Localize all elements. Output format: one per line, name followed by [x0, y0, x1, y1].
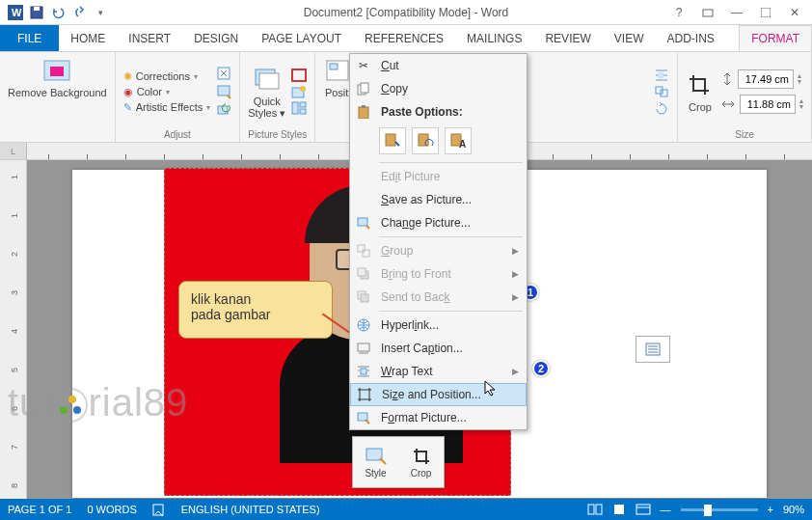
group-picture-styles: QuickStyles ▾ Picture Styles [240, 52, 315, 142]
ribbon-options-icon[interactable] [694, 3, 721, 22]
svg-text:A: A [459, 139, 466, 150]
callout-text-1: klik kanan [191, 291, 320, 307]
paste-picture-button[interactable] [412, 127, 439, 154]
status-page[interactable]: PAGE 1 OF 1 [8, 504, 71, 515]
group-button[interactable] [654, 85, 669, 98]
caption-icon [354, 340, 373, 357]
tab-page-layout[interactable]: PAGE LAYOUT [250, 25, 353, 51]
group-adjust: ✺Corrections▾ ◉Color▾ ✎Artistic Effects▾… [116, 52, 240, 142]
ctx-hyperlink[interactable]: Hyperlink... [350, 314, 527, 337]
tab-view[interactable]: VIEW [603, 25, 656, 51]
bring-front-icon [354, 265, 373, 283]
tab-review[interactable]: REVIEW [533, 25, 602, 51]
ctx-insert-caption[interactable]: Insert Caption... [350, 337, 527, 360]
ruler-vertical: 112345678 [0, 160, 27, 503]
change-picture-button[interactable] [216, 84, 231, 99]
status-words[interactable]: 0 WORDS [87, 504, 136, 515]
ctx-save-as-picture[interactable]: Save as Picture... [350, 188, 527, 211]
tab-design[interactable]: DESIGN [182, 25, 250, 51]
view-web-icon[interactable] [636, 504, 651, 515]
svg-rect-3 [34, 7, 40, 11]
redo-icon[interactable] [69, 3, 89, 22]
tab-mailings[interactable]: MAILINGS [455, 25, 533, 51]
svg-rect-18 [300, 109, 306, 114]
svg-rect-43 [360, 390, 369, 399]
picture-layout-button[interactable] [291, 101, 307, 115]
tab-insert[interactable]: INSERT [117, 25, 182, 51]
position-button[interactable]: Positi [323, 56, 352, 98]
corrections-button[interactable]: ✺Corrections▾ [123, 70, 210, 83]
remove-background-button[interactable]: Remove Background [8, 56, 107, 98]
mini-style-button[interactable]: Style [353, 437, 398, 487]
undo-icon[interactable] [48, 3, 68, 22]
compress-pictures-button[interactable] [216, 66, 231, 81]
zoom-slider[interactable] [681, 508, 758, 511]
svg-rect-7 [50, 67, 64, 76]
minimize-icon[interactable]: — [723, 3, 750, 22]
tab-references[interactable]: REFERENCES [353, 25, 455, 51]
qat-dropdown-icon[interactable]: ▾ [91, 3, 110, 22]
ctx-group: Group▶ [350, 239, 527, 262]
ctx-change-picture[interactable]: Change Picture... [350, 211, 527, 234]
quick-styles-button[interactable]: QuickStyles ▾ [248, 65, 285, 119]
svg-rect-37 [358, 268, 365, 276]
ctx-copy[interactable]: Copy [350, 77, 527, 100]
width-input[interactable] [740, 95, 796, 114]
view-read-icon[interactable] [587, 504, 603, 515]
status-language[interactable]: ENGLISH (UNITED STATES) [181, 504, 320, 515]
rotate-button[interactable] [654, 101, 669, 115]
reset-picture-button[interactable] [216, 102, 231, 118]
view-print-icon[interactable] [612, 504, 626, 515]
brightness-icon: ✺ [123, 70, 132, 83]
layout-options-button[interactable] [636, 336, 670, 363]
zoom-level[interactable]: 90% [783, 504, 804, 515]
svg-rect-41 [358, 343, 369, 351]
mini-crop-button[interactable]: Crop [398, 437, 444, 487]
svg-rect-17 [300, 102, 306, 107]
annotation-callout: klik kanan pada gambar [178, 281, 333, 339]
height-icon [720, 71, 734, 87]
svg-rect-45 [366, 449, 382, 460]
cursor-icon [484, 380, 498, 397]
height-field[interactable]: ▴▾ [720, 69, 803, 89]
width-field[interactable]: ▴▾ [720, 95, 803, 114]
status-proofing-icon[interactable] [152, 503, 166, 516]
svg-rect-49 [614, 505, 624, 514]
globe-icon [354, 316, 373, 334]
crop-button[interactable]: Crop [686, 70, 715, 113]
tab-file[interactable]: FILE [0, 25, 59, 51]
copy-icon [354, 80, 373, 97]
save-icon[interactable] [27, 3, 46, 22]
group-size: Crop ▴▾ ▴▾ Size [678, 52, 812, 142]
title-bar: W ▾ Document2 [Compatibility Mode] - Wor… [0, 0, 812, 25]
align-button[interactable] [654, 68, 669, 82]
maximize-icon[interactable] [752, 3, 779, 22]
color-button[interactable]: ◉Color▾ [123, 86, 210, 98]
svg-rect-35 [363, 250, 369, 257]
change-picture-icon [354, 214, 373, 232]
svg-rect-50 [636, 505, 650, 514]
group-icon [354, 242, 373, 260]
ctx-wrap-text[interactable]: Wrap Text▶ [350, 360, 527, 383]
tab-format[interactable]: FORMAT [739, 25, 812, 51]
zoom-out-button[interactable]: — [661, 504, 671, 515]
paste-keep-source-button[interactable] [379, 127, 406, 154]
paste-text-only-button[interactable]: A [445, 127, 472, 154]
ctx-cut[interactable]: ✂Cut [350, 54, 527, 77]
wrap-text-icon [354, 363, 373, 380]
artistic-effects-button[interactable]: ✎Artistic Effects▾ [123, 101, 210, 114]
svg-text:W: W [12, 7, 22, 18]
tab-addins[interactable]: ADD-INS [655, 25, 725, 51]
help-icon[interactable]: ? [665, 3, 692, 22]
send-back-icon [354, 288, 373, 306]
quick-access-toolbar: W ▾ [0, 3, 110, 22]
svg-rect-42 [361, 369, 366, 374]
ctx-size-and-position[interactable]: Size and Position... [350, 383, 527, 406]
picture-effects-button[interactable] [291, 85, 307, 98]
ctx-format-picture[interactable]: Format Picture... [350, 406, 527, 429]
tab-home[interactable]: HOME [59, 25, 117, 51]
close-icon[interactable]: ✕ [781, 3, 808, 22]
picture-border-button[interactable] [291, 68, 307, 82]
zoom-in-button[interactable]: + [768, 504, 773, 515]
height-input[interactable] [738, 69, 794, 89]
